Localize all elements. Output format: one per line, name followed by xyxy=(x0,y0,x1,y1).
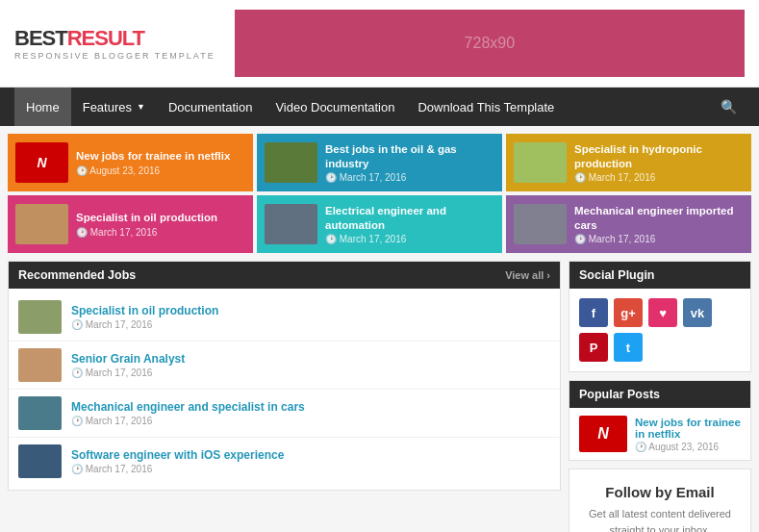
popular-posts-header: Popular Posts xyxy=(569,381,750,408)
featured-item-5[interactable]: Electrical engineer and automation 🕑 Mar… xyxy=(257,195,502,253)
featured-date-1: 🕑 August 23, 2016 xyxy=(76,165,230,176)
featured-thumb-5 xyxy=(265,204,317,244)
featured-date-2: 🕑 March 17, 2016 xyxy=(325,172,494,183)
recommended-jobs-header: Recommended Jobs View all › xyxy=(9,262,560,289)
featured-thumb-6 xyxy=(514,204,567,244)
instagram-button[interactable]: ♥ xyxy=(648,298,677,327)
nav-features[interactable]: Features ▼ xyxy=(71,88,157,126)
twitter-button[interactable]: t xyxy=(614,333,643,362)
job-list: Specialist in oil production 🕑 March 17,… xyxy=(9,289,560,490)
logo[interactable]: BESTRESULT RESPONSIVE BLOGGER TEMPLATE xyxy=(14,26,215,61)
featured-date-6: 🕑 March 17, 2016 xyxy=(574,234,744,244)
featured-thumb-3 xyxy=(514,142,567,183)
job-thumb-1 xyxy=(18,300,62,334)
featured-date-4: 🕑 March 17, 2016 xyxy=(76,227,217,238)
popular-posts-title: Popular Posts xyxy=(579,388,660,401)
featured-thumb-4 xyxy=(15,204,68,244)
nav-home[interactable]: Home xyxy=(14,88,71,126)
recommended-jobs-title: Recommended Jobs xyxy=(18,268,136,282)
logo-result: RESULT xyxy=(67,26,144,50)
recommended-jobs-view-all[interactable]: View all › xyxy=(505,269,550,281)
logo-sub: RESPONSIVE BLOGGER TEMPLATE xyxy=(14,51,215,61)
job-thumb-4 xyxy=(18,444,62,478)
job-thumb-2 xyxy=(18,348,62,382)
vk-button[interactable]: vk xyxy=(683,298,712,327)
featured-title-2: Best jobs in the oil & gas industry xyxy=(325,142,494,171)
featured-title-3: Specialist in hydroponic production xyxy=(574,142,744,171)
logo-best: BEST xyxy=(14,26,67,50)
popular-post-title-1: New jobs for trainee in netflix xyxy=(635,417,741,440)
social-plugin-box: Social Plugin f g+ ♥ vk P t xyxy=(569,261,751,372)
featured-content-4: Specialist in oil production 🕑 March 17,… xyxy=(76,211,217,238)
netflix-logo-icon: N xyxy=(597,425,609,443)
job-info-2: Senior Grain Analyst 🕑 March 17, 2016 xyxy=(71,352,185,378)
featured-item-4[interactable]: Specialist in oil production 🕑 March 17,… xyxy=(8,195,253,253)
job-date-1: 🕑 March 17, 2016 xyxy=(71,319,218,330)
featured-content-3: Specialist in hydroponic production 🕑 Ma… xyxy=(574,142,744,184)
featured-item-6[interactable]: Mechanical engineer imported cars 🕑 Marc… xyxy=(506,195,751,253)
nav-documentation[interactable]: Documentation xyxy=(157,88,264,126)
googleplus-button[interactable]: g+ xyxy=(614,298,643,327)
featured-row-1: N New jobs for trainee in netflix 🕑 Augu… xyxy=(8,134,751,191)
job-title-1: Specialist in oil production xyxy=(71,304,218,317)
featured-thumb-2 xyxy=(265,142,317,183)
popular-post-thumb-1: N xyxy=(579,416,627,452)
main-left: Recommended Jobs View all › Specialist i… xyxy=(8,261,561,532)
job-item-2[interactable]: Senior Grain Analyst 🕑 March 17, 2016 xyxy=(9,342,560,390)
job-date-2: 🕑 March 17, 2016 xyxy=(71,367,185,378)
pinterest-button[interactable]: P xyxy=(579,333,608,362)
featured-title-5: Electrical engineer and automation xyxy=(325,204,494,233)
social-buttons: f g+ ♥ vk P t xyxy=(569,289,750,371)
popular-post-info-1: New jobs for trainee in netflix 🕑 August… xyxy=(635,417,741,452)
social-plugin-header: Social Plugin xyxy=(569,262,750,289)
featured-content-6: Mechanical engineer imported cars 🕑 Marc… xyxy=(574,204,744,245)
job-info-1: Specialist in oil production 🕑 March 17,… xyxy=(71,304,218,330)
featured-content-1: New jobs for trainee in netflix 🕑 August… xyxy=(76,149,230,176)
featured-item-1[interactable]: N New jobs for trainee in netflix 🕑 Augu… xyxy=(8,134,253,191)
featured-date-5: 🕑 March 17, 2016 xyxy=(325,234,494,244)
job-item-4[interactable]: Software engineer with iOS experience 🕑 … xyxy=(9,438,560,485)
job-date-3: 🕑 March 17, 2016 xyxy=(71,416,305,426)
follow-email-title: Follow by Email xyxy=(579,484,741,500)
facebook-button[interactable]: f xyxy=(579,298,608,327)
featured-title-1: New jobs for trainee in netflix xyxy=(76,149,230,164)
ad-banner: 728x90 xyxy=(235,10,745,77)
featured-item-3[interactable]: Specialist in hydroponic production 🕑 Ma… xyxy=(506,134,751,191)
nav-video-documentation[interactable]: Video Documentation xyxy=(264,88,406,126)
popular-post-1[interactable]: N New jobs for trainee in netflix 🕑 Augu… xyxy=(569,408,750,460)
featured-title-6: Mechanical engineer imported cars xyxy=(574,204,744,233)
recommended-jobs-box: Recommended Jobs View all › Specialist i… xyxy=(8,261,561,491)
featured-content-5: Electrical engineer and automation 🕑 Mar… xyxy=(325,204,494,245)
job-item-1[interactable]: Specialist in oil production 🕑 March 17,… xyxy=(9,293,560,342)
featured-row-2: Specialist in oil production 🕑 March 17,… xyxy=(8,195,751,253)
featured-content-2: Best jobs in the oil & gas industry 🕑 Ma… xyxy=(325,142,494,184)
header: BESTRESULT RESPONSIVE BLOGGER TEMPLATE 7… xyxy=(0,0,759,88)
job-title-4: Software engineer with iOS experience xyxy=(71,448,284,462)
navbar: Home Features ▼ Documentation Video Docu… xyxy=(0,88,759,126)
featured-item-2[interactable]: Best jobs in the oil & gas industry 🕑 Ma… xyxy=(257,134,502,191)
job-info-3: Mechanical engineer and specialist in ca… xyxy=(71,400,305,426)
job-item-3[interactable]: Mechanical engineer and specialist in ca… xyxy=(9,390,560,438)
featured-date-3: 🕑 March 17, 2016 xyxy=(574,172,744,183)
featured-title-4: Specialist in oil production xyxy=(76,211,217,225)
sidebar: Social Plugin f g+ ♥ vk P t Popular Post… xyxy=(569,261,751,532)
social-plugin-title: Social Plugin xyxy=(579,268,655,282)
job-title-3: Mechanical engineer and specialist in ca… xyxy=(71,400,305,414)
nav-download-template[interactable]: Download This Template xyxy=(406,88,566,126)
nav-search-icon[interactable]: 🔍 xyxy=(713,99,745,114)
follow-email-desc: Get all latest content delivered straigh… xyxy=(579,506,741,532)
featured-thumb-1: N xyxy=(15,142,68,183)
job-thumb-3 xyxy=(18,396,62,430)
follow-email-box: Follow by Email Get all latest content d… xyxy=(569,469,751,532)
job-title-2: Senior Grain Analyst xyxy=(71,352,185,366)
job-date-4: 🕑 March 17, 2016 xyxy=(71,464,284,474)
job-info-4: Software engineer with iOS experience 🕑 … xyxy=(71,448,284,474)
popular-post-date-1: 🕑 August 23, 2016 xyxy=(635,442,741,452)
popular-posts-box: Popular Posts N New jobs for trainee in … xyxy=(569,380,751,461)
main-content: Recommended Jobs View all › Specialist i… xyxy=(8,261,751,532)
